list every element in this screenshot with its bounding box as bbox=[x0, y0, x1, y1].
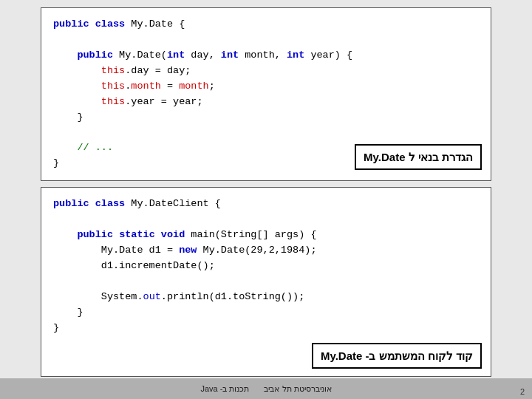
code-line: this.day = day; bbox=[53, 64, 479, 79]
code-line: System.out.println(d1.toString()); bbox=[53, 290, 479, 305]
code-line: } bbox=[53, 321, 479, 336]
code-block-1: public class My.Date { public My.Date(in… bbox=[41, 7, 491, 181]
code-line bbox=[53, 212, 479, 228]
annotation-text-1: הגדרת בנאי ל My.Date bbox=[364, 151, 473, 163]
footer-course: תכנות ב- Java bbox=[200, 384, 249, 394]
code-line: public My.Date(int day, int month, int y… bbox=[53, 48, 479, 64]
code-line: } bbox=[53, 305, 479, 321]
code-line bbox=[53, 274, 479, 290]
code-line: public class My.DateClient { bbox=[53, 197, 479, 212]
footer-university: אוניברסיטת תל אביב bbox=[264, 384, 331, 394]
code-line bbox=[53, 125, 479, 140]
code-line: } bbox=[53, 110, 479, 126]
code-block-2: public class My.DateClient { public stat… bbox=[41, 187, 491, 377]
annotation-box-1: הגדרת בנאי ל My.Date bbox=[355, 144, 482, 170]
code-line: d1.incrementDate(); bbox=[53, 259, 479, 274]
code-line: My.Date d1 = new My.Date(29,2,1984); bbox=[53, 243, 479, 259]
slide-container: public class My.Date { public My.Date(in… bbox=[0, 0, 532, 399]
slide-number: 2 bbox=[520, 387, 525, 396]
footer-bar: אוניברסיטת תל אביב תכנות ב- Java bbox=[0, 378, 532, 399]
annotation-box-2: קוד לקוח המשתמש ב- My.Date bbox=[312, 343, 482, 369]
code-line: public class My.Date { bbox=[53, 17, 479, 33]
code-line: this.month = month; bbox=[53, 79, 479, 95]
code-line: this.year = year; bbox=[53, 95, 479, 110]
annotation-text-2: קוד לקוח המשתמש ב- My.Date bbox=[321, 349, 473, 362]
code-line: public static void main(String[] args) { bbox=[53, 228, 479, 243]
code-line bbox=[53, 33, 479, 48]
